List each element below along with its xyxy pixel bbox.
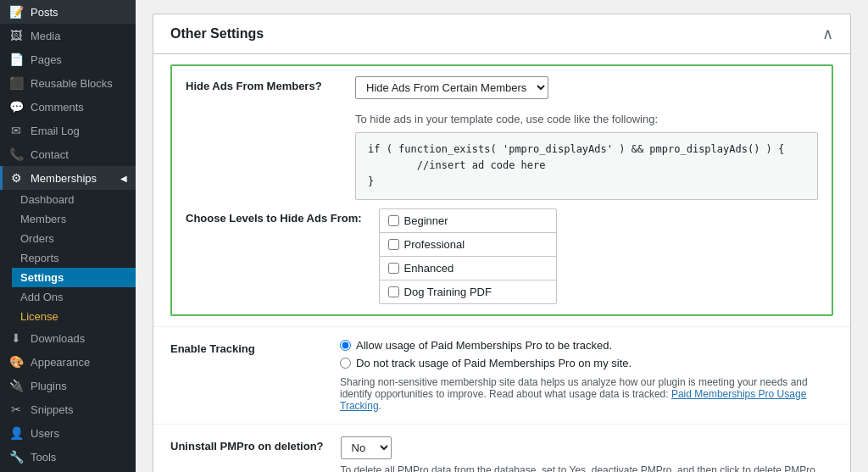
level-beginner-label: Beginner [404,214,448,227]
sidebar-item-users[interactable]: 👤 Users [0,421,136,445]
tracking-radio-group: Allow usage of Paid Memberships Pro to b… [340,339,833,369]
sidebar-item-appearance[interactable]: 🎨 Appearance [0,350,136,374]
sidebar-item-dashboard[interactable]: Dashboard [12,190,136,209]
comments-icon: 💬 [8,100,24,114]
hide-ads-dropdown-wrapper: Hide Ads From Certain Members Hide Ads F… [355,76,818,99]
level-enhanced-label: Enhanced [404,262,454,275]
memberships-arrow-icon: ◀ [120,174,127,183]
users-icon: 👤 [8,426,24,440]
sidebar-item-memberships[interactable]: ⚙ Memberships ◀ [0,166,136,190]
email-log-icon: ✉ [8,124,24,137]
level-beginner-checkbox[interactable] [388,215,399,226]
level-professional-checkbox[interactable] [388,239,399,250]
tracking-note-end: . [379,400,381,412]
sidebar-item-contact[interactable]: 📞 Contact [0,142,136,166]
posts-icon: 📝 [8,5,24,19]
main-content: Other Settings ∧ Hide Ads From Members? … [136,0,868,472]
settings-panel: Other Settings ∧ Hide Ads From Members? … [153,14,851,472]
sidebar-item-wp-settings[interactable]: ⚙ Settings [0,469,136,472]
tracking-allow-label: Allow usage of Paid Memberships Pro to b… [356,339,612,352]
level-professional-item: Professional [380,233,556,257]
tracking-donottrack-radio[interactable] [340,358,351,369]
level-enhanced-item: Enhanced [380,257,556,280]
sidebar-item-settings[interactable]: Settings [12,268,136,287]
contact-icon: 📞 [8,147,24,161]
uninstall-row: Uninstall PMPro on deletion? No Yes To d… [153,424,850,472]
levels-checkbox-list: Beginner Professional Enhanced Dog [379,208,557,304]
hide-ads-row: Hide Ads From Members? Hide Ads From Cer… [186,76,818,99]
memberships-submenu: Dashboard Members Orders Reports Setting… [0,190,136,326]
code-hint-row: To hide ads in your template code, use c… [186,108,818,200]
sidebar-item-reports[interactable]: Reports [12,248,136,268]
choose-levels-content: Beginner Professional Enhanced Dog [379,208,818,304]
sidebar-item-tools[interactable]: 🔧 Tools [0,445,136,469]
code-hint-content: To hide ads in your template code, use c… [355,108,818,200]
uninstall-content: No Yes To delete all PMPro data from the… [341,436,833,472]
uninstall-dropdown[interactable]: No Yes [341,436,392,459]
hide-ads-dropdown[interactable]: Hide Ads From Certain Members Hide Ads F… [355,76,548,99]
level-professional-label: Professional [404,238,465,251]
code-hint-text: To hide ads in your template code, use c… [355,113,818,125]
sidebar-item-license[interactable]: License [12,307,136,326]
panel-collapse-button[interactable]: ∧ [822,25,833,43]
choose-levels-row: Choose Levels to Hide Ads From: Beginner… [186,208,818,304]
code-hint-spacer [186,108,338,111]
sidebar-item-downloads[interactable]: ⬇ Downloads [0,326,136,350]
pages-icon: 📄 [8,53,24,66]
sidebar-item-email-log[interactable]: ✉ Email Log [0,119,136,142]
sidebar-item-snippets[interactable]: ✂ Snippets [0,397,136,421]
tracking-note: Sharing non-sensitive membership site da… [340,376,833,412]
level-dog-training-label: Dog Training PDF [404,286,492,298]
plugins-icon: 🔌 [8,379,24,392]
reusable-blocks-icon: ⬛ [8,76,24,90]
uninstall-label: Uninstall PMPro on deletion? [170,436,324,453]
tracking-donottrack-label: Do not track usage of Paid Memberships P… [356,357,632,369]
appearance-icon: 🎨 [8,355,24,369]
delete-note: To delete all PMPro data from the databa… [341,464,833,472]
panel-header: Other Settings ∧ [153,14,850,54]
tracking-donottrack-item: Do not track usage of Paid Memberships P… [340,357,833,369]
downloads-icon: ⬇ [8,331,24,345]
tracking-row: Enable Tracking Allow usage of Paid Memb… [153,326,850,424]
level-dog-training-checkbox[interactable] [388,286,399,297]
level-enhanced-checkbox[interactable] [388,263,399,274]
media-icon: 🖼 [8,29,24,42]
sidebar-item-add-ons[interactable]: Add Ons [12,287,136,307]
tracking-content: Allow usage of Paid Memberships Pro to b… [340,339,833,412]
sidebar-item-reusable-blocks[interactable]: ⬛ Reusable Blocks [0,71,136,95]
tracking-allow-item: Allow usage of Paid Memberships Pro to b… [340,339,833,352]
level-dog-training-item: Dog Training PDF [380,280,556,303]
sidebar-item-plugins[interactable]: 🔌 Plugins [0,374,136,397]
sidebar-item-orders[interactable]: Orders [12,229,136,248]
memberships-icon: ⚙ [8,171,24,185]
sidebar-item-posts[interactable]: 📝 Posts [0,0,136,24]
sidebar-item-media[interactable]: 🖼 Media [0,24,136,47]
hide-ads-section: Hide Ads From Members? Hide Ads From Cer… [170,64,833,316]
sidebar: 📝 Posts 🖼 Media 📄 Pages ⬛ Reusable Block… [0,0,136,472]
sidebar-item-members[interactable]: Members [12,209,136,229]
choose-levels-label: Choose Levels to Hide Ads From: [186,208,362,225]
level-beginner-item: Beginner [380,209,556,233]
snippets-icon: ✂ [8,403,24,416]
tools-icon: 🔧 [8,450,24,464]
code-block: if ( function_exists( 'pmpro_displayAds'… [355,132,818,200]
sidebar-item-comments[interactable]: 💬 Comments [0,95,136,119]
panel-title: Other Settings [170,26,264,42]
sidebar-item-pages[interactable]: 📄 Pages [0,47,136,71]
hide-ads-label: Hide Ads From Members? [186,76,338,92]
tracking-label: Enable Tracking [170,339,323,355]
tracking-allow-radio[interactable] [340,340,351,351]
